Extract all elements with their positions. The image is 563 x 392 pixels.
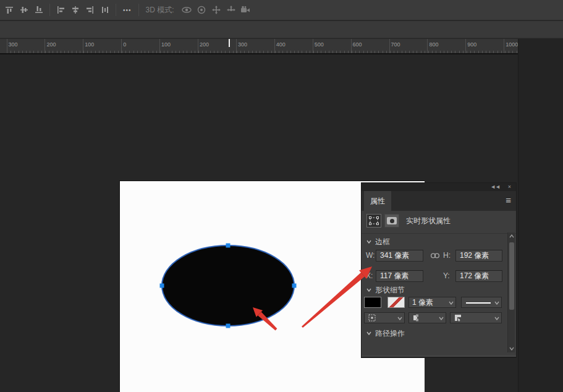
y-field[interactable]: 172 像素 — [455, 270, 502, 282]
stroke-caps-dropdown[interactable] — [408, 312, 446, 323]
stroke-corner-dropdown[interactable] — [450, 312, 502, 323]
toolbar-separator — [116, 4, 116, 16]
align-bottom-edges-icon[interactable] — [32, 2, 46, 17]
panel-titlebar: ◄◄ × — [362, 183, 516, 191]
live-shape-header-row: 实时形状属性 — [362, 214, 516, 228]
section-bounds-label: 边框 — [375, 237, 390, 247]
ruler-tick — [236, 39, 237, 53]
3d-rotate-icon[interactable] — [180, 2, 193, 17]
ruler-label: 300 — [238, 41, 247, 48]
stroke-width-dropdown[interactable]: 1 像素 — [408, 297, 456, 308]
panel-title: 实时形状属性 — [406, 214, 451, 228]
panel-dock-strip — [518, 39, 563, 392]
ruler-label: 900 — [467, 41, 476, 48]
section-shape-details-label: 形状细节 — [375, 285, 405, 296]
ruler-tick — [159, 39, 160, 53]
ruler-label: 0 — [123, 41, 126, 48]
align-right-edges-icon[interactable] — [83, 2, 97, 17]
ruler-label: 1000 — [506, 41, 518, 48]
3d-pan-icon[interactable] — [210, 2, 223, 17]
photoshop-window: ••• 3D 模式: 30020010001002003004005006007… — [0, 0, 563, 392]
ruler-position-marker — [229, 39, 230, 47]
stroke-width-value: 1 像素 — [412, 297, 433, 307]
section-path-operations[interactable]: 路径操作 — [366, 328, 405, 338]
ruler-label: 500 — [315, 41, 324, 48]
scroll-up-icon[interactable] — [509, 234, 514, 238]
height-label: H: — [443, 250, 451, 262]
ruler-label: 400 — [276, 41, 286, 48]
y-label: Y: — [443, 270, 450, 282]
scrollbar-thumb[interactable] — [509, 242, 514, 310]
transform-properties-icon[interactable] — [366, 214, 381, 228]
stroke-type-dropdown[interactable] — [461, 297, 502, 308]
align-horizontal-centers-icon[interactable] — [69, 2, 82, 17]
anchor-right — [292, 284, 297, 288]
ellipse-shape[interactable] — [162, 245, 294, 326]
ruler-tick — [504, 39, 504, 53]
properties-panel: ◄◄ × 属性 ≡ 实时形状属性 边框 W: 341 像素 H: 192 — [362, 183, 516, 357]
ruler-tick — [351, 39, 352, 53]
ruler-label: 200 — [46, 41, 56, 48]
ruler-tick — [7, 39, 7, 53]
ruler-label: 800 — [429, 41, 438, 48]
3d-roll-icon[interactable] — [195, 2, 208, 17]
anchor-top — [226, 244, 231, 248]
ruler-tick — [198, 39, 198, 53]
ruler-tick — [83, 39, 83, 53]
anchor-left — [160, 284, 164, 288]
ruler-tick — [313, 39, 313, 53]
scroll-down-icon[interactable] — [509, 347, 514, 351]
stroke-color-swatch[interactable] — [387, 297, 405, 308]
panel-menu-icon[interactable]: ≡ — [506, 191, 511, 210]
ruler-label: 200 — [200, 41, 209, 48]
ruler-label: 600 — [353, 41, 362, 48]
ruler-label: 700 — [391, 41, 400, 48]
ruler-label: 300 — [9, 41, 18, 48]
width-label: W: — [366, 250, 375, 262]
x-field[interactable]: 117 像素 — [376, 270, 423, 282]
section-path-operations-label: 路径操作 — [375, 328, 405, 339]
3d-mode-label: 3D 模式: — [146, 5, 174, 15]
ruler-tick — [389, 39, 390, 53]
3d-slide-icon[interactable] — [224, 2, 238, 17]
align-top-edges-icon[interactable] — [2, 2, 16, 17]
panel-resize-edge[interactable] — [362, 356, 516, 357]
align-vertical-centers-icon[interactable] — [17, 2, 31, 17]
panel-scrollbar[interactable] — [507, 232, 515, 352]
ruler-tick — [44, 39, 45, 53]
options-subbar — [0, 21, 563, 38]
toolbar-separator — [138, 4, 139, 16]
close-panel-icon[interactable]: × — [508, 183, 511, 191]
3d-camera-icon[interactable] — [239, 2, 253, 17]
section-bounds[interactable]: 边框 — [366, 237, 390, 247]
width-field[interactable]: 341 像素 — [376, 250, 423, 262]
ruler-label: 100 — [85, 41, 94, 48]
tab-properties[interactable]: 属性 — [364, 191, 391, 211]
ruler-label: 100 — [161, 41, 171, 48]
panel-tabbar: 属性 ≡ — [362, 191, 516, 211]
toolbar-separator — [49, 4, 50, 16]
more-options-icon[interactable]: ••• — [119, 7, 135, 14]
fill-color-swatch[interactable] — [364, 297, 381, 308]
options-bar: ••• 3D 模式: — [0, 0, 563, 20]
anchor-bottom — [226, 324, 231, 328]
height-field[interactable]: 192 像素 — [455, 250, 502, 262]
link-dimensions-icon[interactable] — [430, 250, 441, 264]
x-label: X: — [366, 270, 373, 282]
ruler-tick — [121, 39, 122, 53]
section-shape-details[interactable]: 形状细节 — [366, 285, 405, 295]
solid-stroke-preview — [466, 302, 491, 304]
panel-divider — [362, 233, 516, 234]
mask-properties-icon[interactable] — [384, 214, 399, 228]
ruler-tick — [427, 39, 428, 53]
collapse-panel-icon[interactable]: ◄◄ — [490, 183, 500, 191]
ruler-tick — [274, 39, 275, 53]
ruler[interactable]: 3002001000100200300400500600700800900100… — [0, 39, 563, 54]
align-left-edges-icon[interactable] — [54, 2, 67, 17]
distribute-horizontal-centers-icon[interactable] — [98, 2, 112, 17]
stroke-alignment-dropdown[interactable] — [364, 312, 405, 323]
ruler-tick — [465, 39, 466, 53]
